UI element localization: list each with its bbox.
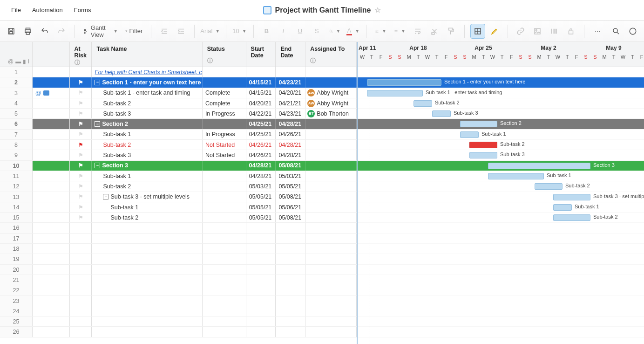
row-number[interactable]: 20 xyxy=(0,265,33,275)
atrisk-cell[interactable]: ⚑ xyxy=(70,140,92,150)
end-date-cell[interactable] xyxy=(276,275,305,285)
task-cell[interactable] xyxy=(92,275,202,285)
gantt-row[interactable] xyxy=(358,223,644,233)
table-row[interactable]: 3@⚑Sub-task 1 - enter task and timingCom… xyxy=(0,88,357,98)
collapse-icon[interactable]: − xyxy=(95,121,100,127)
end-date-cell[interactable]: 05/06/21 xyxy=(276,202,305,212)
end-date-cell[interactable] xyxy=(276,223,305,233)
atrisk-cell[interactable]: ⚑ xyxy=(70,77,92,87)
end-date-cell[interactable] xyxy=(276,67,305,77)
status-cell[interactable] xyxy=(203,161,246,171)
gantt-bar[interactable] xyxy=(469,142,497,148)
table-row[interactable]: 5⚑Sub-task 3In Progress04/22/2104/23/21B… xyxy=(0,109,357,119)
end-date-cell[interactable] xyxy=(276,254,305,264)
row-number[interactable]: 24 xyxy=(0,306,33,316)
status-cell[interactable] xyxy=(203,213,246,222)
status-cell[interactable] xyxy=(203,306,246,316)
more-icon[interactable]: ⋯ xyxy=(590,24,605,39)
row-number[interactable]: 11 xyxy=(0,171,33,181)
gantt-row[interactable]: Sub-task 1 - enter task and timing xyxy=(358,88,644,98)
table-row[interactable]: 17 xyxy=(0,234,357,244)
start-date-cell[interactable]: 04/22/21 xyxy=(246,109,276,118)
atrisk-cell[interactable] xyxy=(70,223,92,233)
task-cell[interactable]: Sub-task 3 xyxy=(92,109,202,118)
redo-icon[interactable] xyxy=(54,24,69,39)
collapse-icon[interactable]: − xyxy=(103,194,108,200)
image-icon[interactable] xyxy=(530,24,545,39)
end-date-cell[interactable] xyxy=(276,306,305,316)
atrisk-cell[interactable] xyxy=(70,285,92,295)
end-date-cell[interactable]: 04/21/21 xyxy=(276,98,305,108)
start-date-cell[interactable]: 04/25/21 xyxy=(246,119,276,129)
table-row[interactable]: 11⚑Sub-task 104/28/2105/03/21 xyxy=(0,171,357,181)
gantt-row[interactable]: Sub-task 3 - set multiple l xyxy=(358,192,644,202)
atrisk-cell[interactable] xyxy=(70,234,92,243)
atrisk-cell[interactable]: ⚑ xyxy=(70,98,92,108)
gantt-row[interactable] xyxy=(358,244,644,254)
fill-color-icon[interactable]: ▼ xyxy=(326,24,343,39)
assigned-cell[interactable] xyxy=(305,181,357,191)
start-date-cell[interactable]: 04/28/21 xyxy=(246,171,276,181)
task-cell[interactable]: −Section 3 xyxy=(92,161,202,171)
gantt-bar[interactable] xyxy=(460,131,479,138)
assigned-cell[interactable] xyxy=(305,119,357,129)
gantt-row[interactable] xyxy=(358,296,644,306)
assigned-cell[interactable] xyxy=(305,234,357,243)
strikethrough-icon[interactable]: S xyxy=(309,24,324,39)
highlighter-icon[interactable] xyxy=(487,24,502,39)
start-date-cell[interactable]: 04/25/21 xyxy=(246,130,276,139)
atrisk-cell[interactable] xyxy=(70,254,92,264)
flag-icon[interactable]: ⚑ xyxy=(78,131,83,137)
gantt-row[interactable] xyxy=(358,254,644,264)
row-number[interactable]: 22 xyxy=(0,285,33,295)
status-cell[interactable] xyxy=(203,316,246,326)
gantt-bar[interactable] xyxy=(367,79,441,86)
task-cell[interactable] xyxy=(92,265,202,275)
atrisk-cell[interactable]: ⚑ xyxy=(70,119,92,129)
gantt-bar[interactable] xyxy=(367,90,423,96)
start-date-cell[interactable]: 05/05/21 xyxy=(246,202,276,212)
flag-icon[interactable]: ⚑ xyxy=(78,163,83,168)
task-cell[interactable]: Sub-task 2 xyxy=(92,140,202,150)
gantt-row[interactable]: Sub-task 2 xyxy=(358,140,644,150)
table-row[interactable]: 8⚑Sub-task 2Not Started04/26/2104/28/21 xyxy=(0,140,357,150)
gantt-row[interactable] xyxy=(358,316,644,327)
atrisk-cell[interactable] xyxy=(70,306,92,316)
assigned-cell[interactable] xyxy=(305,244,357,254)
task-cell[interactable] xyxy=(92,254,202,264)
gantt-row[interactable] xyxy=(358,234,644,244)
task-cell[interactable]: Sub-task 1 xyxy=(92,130,202,139)
gantt-bar[interactable] xyxy=(553,194,590,200)
end-date-cell[interactable] xyxy=(276,285,305,295)
start-date-cell[interactable]: 04/15/21 xyxy=(246,88,276,98)
end-date-cell[interactable]: 04/23/21 xyxy=(276,109,305,118)
table-row[interactable]: 26 xyxy=(0,327,357,337)
atrisk-cell[interactable]: ⚑ xyxy=(70,150,92,160)
task-cell[interactable]: Sub-task 3 xyxy=(92,150,202,160)
assigned-cell[interactable] xyxy=(305,223,357,233)
gantt-row[interactable]: Section 2 xyxy=(358,119,644,129)
start-date-cell[interactable]: 04/26/21 xyxy=(246,150,276,160)
flag-icon[interactable]: ⚑ xyxy=(78,194,83,200)
row-number[interactable]: 6 xyxy=(0,119,33,129)
status-cell[interactable] xyxy=(203,265,246,275)
atrisk-cell[interactable] xyxy=(70,275,92,285)
atrisk-cell[interactable] xyxy=(70,316,92,326)
wrap-icon[interactable] xyxy=(410,24,425,39)
flag-icon[interactable]: ⚑ xyxy=(78,173,83,179)
end-date-cell[interactable]: 05/08/21 xyxy=(276,161,305,171)
lock-column-icon[interactable] xyxy=(563,24,578,39)
assigned-cell[interactable] xyxy=(305,161,357,171)
assigned-cell[interactable] xyxy=(305,254,357,264)
atrisk-cell[interactable]: ⚑ xyxy=(70,171,92,181)
comment-icon[interactable] xyxy=(43,90,49,96)
assigned-cell[interactable] xyxy=(305,285,357,295)
col-header-atrisk[interactable]: At Risk ⓘ xyxy=(70,42,92,67)
end-date-cell[interactable] xyxy=(276,244,305,254)
col-header-status[interactable]: Status ⓘ xyxy=(203,42,246,67)
task-cell[interactable] xyxy=(92,296,202,306)
task-cell[interactable] xyxy=(92,316,202,326)
align-icon[interactable]: ▼ xyxy=(372,24,389,39)
assigned-cell[interactable] xyxy=(305,306,357,316)
end-date-cell[interactable]: 04/28/21 xyxy=(276,150,305,160)
